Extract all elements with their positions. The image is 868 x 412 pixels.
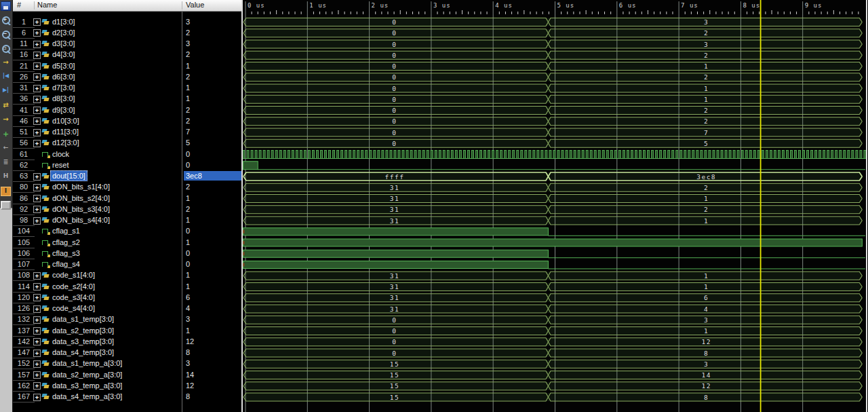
signal-row[interactable]: 6 + d2[3:0] 2: [12, 27, 241, 38]
signal-name: d6[3:0]: [50, 71, 77, 82]
signal-row[interactable]: 16 + d4[3:0] 2: [12, 49, 241, 60]
expand-icon[interactable]: +: [33, 129, 41, 136]
expand-icon[interactable]: +: [33, 140, 41, 147]
bus-signal-icon: [42, 183, 50, 190]
expand-icon[interactable]: +: [33, 394, 41, 401]
measure-marker-icon[interactable]: H: [1, 172, 11, 182]
expand-icon[interactable]: +: [33, 360, 41, 368]
signal-row[interactable]: 61 + clock 0: [12, 149, 241, 160]
clock-pulse: [353, 151, 355, 159]
expand-icon[interactable]: +: [33, 382, 41, 390]
expand-icon[interactable]: +: [33, 117, 41, 125]
signal-row[interactable]: 120 + code_s3[4:0] 6: [12, 292, 241, 303]
signal-row[interactable]: 63 + dout[15:0] 3ec8: [12, 170, 241, 181]
expand-icon[interactable]: +: [33, 283, 41, 291]
expand-icon[interactable]: +: [33, 350, 41, 357]
signal-row[interactable]: 142 + data_s3_temp[3:0] 12: [12, 336, 241, 347]
go-to-end-icon[interactable]: ▶|: [1, 87, 11, 96]
clock-pulse: [549, 151, 551, 159]
expand-icon[interactable]: +: [33, 29, 41, 37]
bus-signal-icon: [42, 316, 50, 322]
expand-icon[interactable]: +: [33, 18, 41, 26]
expand-icon[interactable]: +: [33, 107, 41, 114]
signal-value: 0: [184, 160, 242, 170]
signal-row[interactable]: 105 + cflag_s2 1: [12, 237, 241, 248]
signal-row[interactable]: 31 + d7[3:0] 1: [12, 82, 241, 93]
signal-row[interactable]: 41 + d9[3:0] 2: [12, 105, 241, 115]
signal-row[interactable]: 106 + cflag_s3 0: [12, 248, 241, 259]
signal-row[interactable]: 56 + d12[3:0] 5: [12, 137, 241, 148]
expand-icon[interactable]: +: [33, 294, 41, 301]
signal-value: 0: [184, 226, 242, 236]
panel-splitter[interactable]: [241, 0, 243, 412]
signal-row[interactable]: 98 + dON_bits_s4[4:0] 1: [12, 214, 241, 225]
signal-row[interactable]: 86 + dON_bits_s2[4:0] 1: [12, 193, 241, 204]
signal-row[interactable]: 132 + data_s1_temp[3:0] 3: [12, 314, 241, 324]
expand-icon[interactable]: +: [33, 206, 41, 213]
expand-icon[interactable]: +: [33, 195, 41, 202]
signal-row[interactable]: 11 + d3[3:0] 3: [12, 38, 241, 49]
clock-pulse: [574, 151, 576, 159]
expand-icon[interactable]: +: [33, 305, 41, 313]
zoom-to-area-icon[interactable]: ▫: [1, 44, 11, 54]
signal-row[interactable]: 80 + dON_bits_s1[4:0] 2: [12, 181, 241, 192]
add-signal-icon[interactable]: +: [1, 130, 11, 139]
signal-row[interactable]: 152 + data_s1_temp_a[3:0] 3: [12, 358, 241, 369]
expand-icon[interactable]: +: [33, 184, 41, 191]
signal-line-number: 137: [13, 325, 35, 337]
expand-icon[interactable]: +: [33, 62, 41, 70]
expand-icon[interactable]: +: [33, 173, 41, 181]
prev-transition-icon[interactable]: ←: [1, 144, 11, 153]
signal-row[interactable]: 107 + cflag_s4 0: [12, 259, 241, 269]
expand-icon[interactable]: +: [33, 316, 41, 324]
expand-icon[interactable]: +: [33, 52, 41, 59]
snap-to-transition-icon[interactable]: ≣: [1, 158, 11, 168]
signal-row[interactable]: 157 + data_s2_temp_a[3:0] 14: [12, 369, 241, 380]
bus-signal-icon: [42, 117, 50, 124]
clock-pulse: [570, 151, 572, 159]
expand-icon[interactable]: +: [33, 327, 41, 335]
signal-row[interactable]: 51 + d11[3:0] 7: [12, 126, 241, 137]
expand-icon[interactable]: +: [33, 217, 41, 225]
signal-row[interactable]: 46 + d10[3:0] 2: [12, 115, 241, 126]
clock-pulse: [471, 151, 473, 159]
signal-row[interactable]: 167 + data_s4_temp_a[3:0] 8: [12, 391, 241, 402]
column-divider[interactable]: [34, 1, 35, 10]
signal-row[interactable]: 162 + data_s3_temp_a[3:0] 12: [12, 380, 241, 391]
clock-pulse: [749, 151, 751, 159]
bus-value-label: 2: [704, 117, 709, 125]
signal-row[interactable]: 126 + code_s4[4:0] 4: [12, 303, 241, 314]
expand-icon[interactable]: +: [33, 371, 41, 379]
goto-time-icon[interactable]: →: [1, 58, 11, 68]
signal-row[interactable]: 21 + d5[3:0] 1: [12, 60, 241, 71]
level-high: [243, 261, 549, 269]
edit-cursor-icon[interactable]: I: [1, 187, 11, 196]
expand-icon[interactable]: +: [33, 96, 41, 103]
save-icon[interactable]: [1, 1, 11, 11]
expand-icon[interactable]: +: [33, 272, 41, 280]
expand-icon[interactable]: +: [33, 85, 41, 92]
clock-pulse: [815, 151, 817, 159]
signal-row[interactable]: 36 + d8[3:0] 1: [12, 93, 241, 104]
signal-row[interactable]: 26 + d6[3:0] 2: [12, 71, 241, 82]
drag-zoom-icon[interactable]: [1, 201, 11, 210]
next-transition-icon[interactable]: →: [1, 115, 11, 125]
column-divider[interactable]: [182, 1, 182, 10]
clock-pulse: [856, 151, 858, 159]
go-to-start-icon[interactable]: |◀: [1, 73, 11, 82]
signal-row[interactable]: 104 + cflag_s1 0: [12, 225, 241, 236]
signal-name: data_s2_temp[3:0]: [50, 325, 116, 336]
signal-row[interactable]: 1 + d1[3:0] 3: [12, 16, 241, 27]
swap-cursors-icon[interactable]: ⇄: [1, 101, 11, 111]
zoom-in-icon[interactable]: +: [1, 16, 11, 25]
signal-row[interactable]: 137 + data_s2_temp[3:0] 1: [12, 325, 241, 336]
signal-row[interactable]: 147 + data_s4_temp[3:0] 8: [12, 347, 241, 358]
signal-row[interactable]: 62 + reset 0: [12, 160, 241, 170]
zoom-out-icon[interactable]: −: [1, 30, 11, 39]
signal-row[interactable]: 92 + dON_bits_s3[4:0] 2: [12, 204, 241, 214]
signal-row[interactable]: 108 + code_s1[4:0] 1: [12, 269, 241, 280]
expand-icon[interactable]: +: [33, 73, 41, 81]
expand-icon[interactable]: +: [33, 41, 41, 48]
signal-row[interactable]: 114 + code_s2[4:0] 1: [12, 281, 241, 292]
expand-icon[interactable]: +: [33, 338, 41, 345]
